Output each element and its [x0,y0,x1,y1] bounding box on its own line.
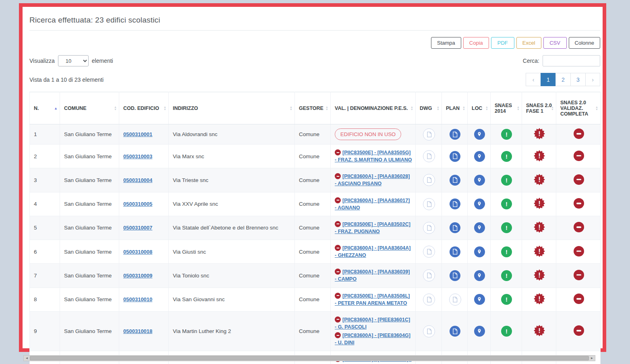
location-pin-icon[interactable] [474,175,485,186]
cell-snaes-validaz [556,264,601,287]
location-pin-icon[interactable] [474,294,485,305]
cell-snaes-validaz [556,168,601,192]
validation-blocked-icon [574,270,584,280]
building-code-link[interactable]: 0500310018 [123,328,152,334]
column-header-cod-edificio[interactable]: COD. EDIFICIO▲▼ [119,92,169,124]
cell-manager: Comune [295,145,331,168]
cell-building-code: 0500310003 [119,145,169,168]
pes-link[interactable]: [PIIC83600A] - [PIAA836028] - ASCIANO PI… [335,174,410,186]
pes-link[interactable]: [PIIC83600A] - [PIEE83601C] - G. PASCOLI [335,317,410,330]
plan-pdf-icon [449,294,461,306]
pes-link[interactable]: [PIIC83600A] - [PIAA83604A] - GHEZZANO [335,245,411,258]
cell-row-number: 1 [30,124,60,145]
svg-text:!: ! [538,295,541,303]
toolbar-button-csv[interactable]: CSV [543,37,567,49]
pagination-next[interactable]: › [585,73,600,86]
pes-link[interactable]: [PIIC83500E] - [PIAA83506L] - PETER PAN … [335,293,410,306]
snaes-fase1-alert-icon: ! [534,174,545,186]
pagination-page-3[interactable]: 3 [570,73,585,86]
toolbar-button-stampa[interactable]: Stampa [431,37,461,49]
pes-link[interactable]: [PIIC83500E] - [PIAA83505G] - FRAZ. S.MA… [335,150,412,163]
column-header-dwg[interactable]: DWG▲▼ [416,92,442,124]
cell-address: Via XXV Aprile snc [169,192,295,216]
plan-pdf-icon[interactable] [450,199,460,209]
building-code-link[interactable]: 0500310005 [123,201,152,207]
column-header-snaes-2-0-validaz-completa[interactable]: SNAES 2.0 VALIDAZ. COMPLETA▲▼ [556,92,601,124]
column-header-label: VAL. | DENOMINAZIONE P.E.S. [335,105,408,111]
dwg-file-icon [423,174,435,186]
toolbar-button-colonne[interactable]: Colonne [569,37,600,49]
column-header-snaes-2-0-fase-1[interactable]: SNAES 2.0 FASE 1▲▼ [522,92,556,124]
pes-entry: [PIIC83600A] - [PIAA836028] - ASCIANO PI… [335,173,412,187]
location-pin-icon[interactable] [474,270,485,281]
dwg-file-icon [423,222,435,234]
building-code-link[interactable]: 0500310004 [123,177,152,183]
column-header-n[interactable]: N.▲ [30,92,60,124]
pes-entry: [PIIC83500E] - [PIAA83505G] - FRAZ. S.MA… [335,149,412,163]
location-pin-icon[interactable] [474,222,485,233]
plan-pdf-icon[interactable] [450,222,460,233]
table-row: 2San Giuliano Terme0500310003Via Marx sn… [30,145,601,168]
pes-link[interactable]: [PIIC83600A] - [PIAA836039] - CAMPO [335,269,410,282]
plan-pdf-icon[interactable] [450,151,460,162]
page-length-select[interactable]: 10 [58,55,89,66]
dwg-file-icon [423,128,435,141]
pagination-prev[interactable]: ‹ [526,73,541,86]
toolbar-button-excel[interactable]: Excel [516,37,541,49]
pes-link[interactable]: [PIIC83600A] - [PIEE83604G] - U. DINI [335,333,410,345]
column-header-val-denominazione-p-e-s[interactable]: VAL. | DENOMINAZIONE P.E.S.▲▼ [331,92,416,124]
header-row: N.▲COMUNE▲▼COD. EDIFICIO▲▼INDIRIZZO▲▼GES… [30,92,601,124]
building-code-link[interactable]: 0500310003 [123,153,152,159]
toolbar-button-copia[interactable]: Copia [463,37,489,49]
cell-row-number: 3 [30,168,60,192]
building-code-link[interactable]: 0500310010 [123,296,152,302]
column-header-gestore[interactable]: GESTORE▲▼ [295,92,331,124]
pes-link[interactable]: [PIIC83500E] - [PIAA83502C] - FRAZ. PUGN… [335,221,410,234]
table-row: 7San Giuliano Terme0500310009Via Toniolo… [30,264,601,287]
building-code-link[interactable]: 0500310001 [123,131,152,137]
pagination-page-1[interactable]: 1 [541,73,555,86]
plan-pdf-icon[interactable] [450,270,460,281]
location-pin-icon[interactable] [474,151,485,162]
cell-pes: [PIIC83500E] - [PIAA83505G] - FRAZ. S.MA… [331,145,416,168]
cell-plan [442,311,468,351]
cell-snaes-validaz [556,145,601,168]
building-code-link[interactable]: 0500310008 [123,249,152,255]
sort-both-icon: ▲▼ [595,106,598,111]
building-not-in-use-badge: EDIFICIO NON IN USO [335,128,401,140]
column-header-loc[interactable]: LOC▲▼ [468,92,491,124]
location-pin-icon[interactable] [474,326,485,337]
pes-entry: [PIIC83600A] - [PIEE83604G] - U. DINI [335,332,412,346]
pes-entry: [PIIC83600A] - [PIAA836039] - CAMPO [335,268,412,283]
location-pin-icon[interactable] [474,246,485,257]
pes-link[interactable]: [PIIC83600A] - [PIAA836017] - AGNANO [335,198,410,211]
not-validated-icon [335,221,341,227]
validation-blocked-icon [574,151,584,161]
building-code-link[interactable]: 0500310007 [123,225,152,231]
plan-pdf-icon[interactable] [450,175,460,186]
pagination-page-2[interactable]: 2 [555,73,570,86]
cell-plan [442,264,468,287]
toolbar-button-pdf[interactable]: PDF [491,37,514,49]
column-header-snaes-2014[interactable]: SNAES 2014▲▼ [491,92,522,124]
cell-address: Via Aldovrandi snc [169,124,295,145]
cell-manager: Comune [295,168,331,192]
building-code-link[interactable]: 0500310009 [123,273,152,279]
search-input[interactable] [543,55,600,66]
scroll-right-icon[interactable]: ► [589,356,595,361]
cell-address: Via Martin Luther King 2 [169,311,295,351]
column-header-indirizzo[interactable]: INDIRIZZO▲▼ [169,92,295,124]
horizontal-scrollbar[interactable]: ◄ ► [23,355,595,361]
column-header-comune[interactable]: COMUNE▲▼ [60,92,119,124]
cell-address: Via Toniolo snc [169,264,295,287]
horizontal-scrollbar-thumb[interactable] [30,356,589,360]
cell-snaes-validaz [556,192,601,216]
plan-pdf-icon[interactable] [450,246,460,257]
table-row: 9San Giuliano Terme0500310018Via Martin … [30,311,601,351]
plan-pdf-icon[interactable] [450,129,460,140]
scroll-left-icon[interactable]: ◄ [24,356,30,361]
plan-pdf-icon[interactable] [450,326,460,337]
location-pin-icon[interactable] [474,199,485,209]
column-header-plan[interactable]: PLAN▲▼ [442,92,468,124]
location-pin-icon[interactable] [474,129,485,140]
